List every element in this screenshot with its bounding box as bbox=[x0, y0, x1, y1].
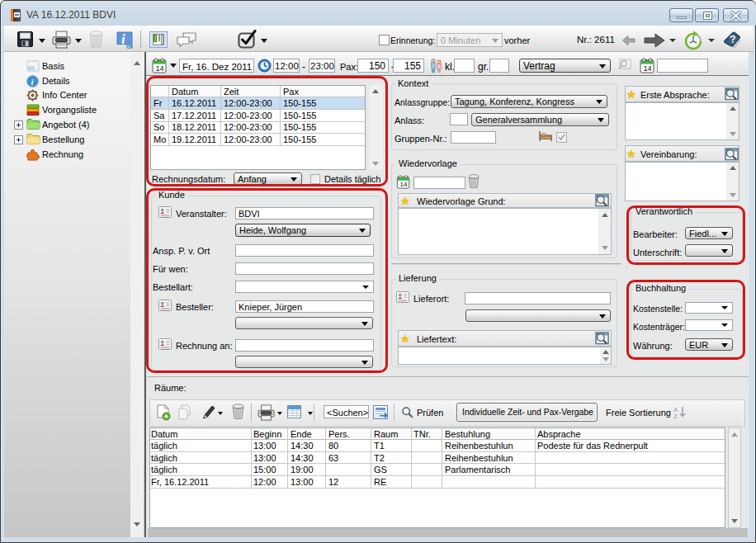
svg-text:14: 14 bbox=[156, 64, 164, 73]
svg-text:?: ? bbox=[729, 33, 736, 46]
svg-text:14: 14 bbox=[399, 181, 407, 188]
svg-text:14: 14 bbox=[644, 64, 652, 73]
svg-text:i: i bbox=[121, 31, 125, 47]
svg-text:Z: Z bbox=[673, 413, 678, 419]
